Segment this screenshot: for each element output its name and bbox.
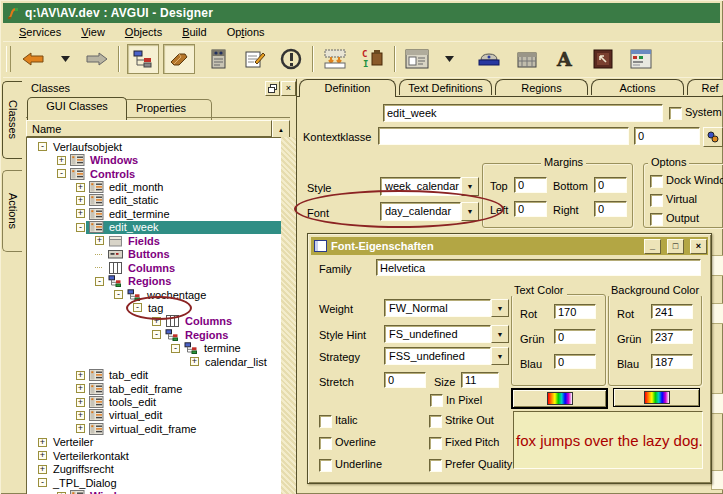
tree-item-termine[interactable]: -termine [27, 342, 281, 355]
class-name-input[interactable] [383, 104, 663, 122]
expand-icon[interactable]: + [76, 384, 85, 393]
weight-combobox[interactable]: FW_Normal ▼ [384, 299, 509, 317]
toolbar-forward-arrow-button[interactable] [83, 45, 111, 73]
close-icon[interactable]: × [281, 81, 296, 96]
tree-item-regions[interactable]: -Regions [27, 274, 281, 287]
collapse-icon[interactable]: - [76, 223, 85, 232]
expand-icon[interactable]: + [152, 317, 161, 326]
expand-icon[interactable]: + [76, 371, 85, 380]
margin-top-input[interactable] [514, 177, 547, 193]
opton-dock-window-checkbox[interactable] [650, 175, 663, 188]
tree-item-tab-edit-frame[interactable]: +tab_edit_frame [27, 382, 281, 395]
opton-virtual-checkbox[interactable] [650, 194, 663, 207]
tree-item-windows[interactable]: +Windows [27, 153, 281, 166]
tree-item-tag[interactable]: -tag [27, 301, 281, 314]
tab-ref[interactable]: Ref [687, 79, 723, 95]
font-fixed-pitch-checkbox[interactable] [429, 437, 442, 450]
chevron-down-icon[interactable]: ▼ [461, 202, 479, 221]
in-pixel-checkbox[interactable] [430, 394, 443, 407]
tree-item-controls[interactable]: -Controls [27, 167, 281, 180]
tree-item-regions[interactable]: -Regions [27, 328, 281, 341]
font-strike-out-checkbox[interactable] [429, 415, 442, 428]
toolbar-dropdown-caret-button[interactable] [51, 45, 79, 73]
chevron-down-icon[interactable]: ▼ [491, 325, 509, 343]
close-icon[interactable]: × [690, 239, 707, 254]
collapse-icon[interactable]: - [152, 330, 161, 339]
tree-item-fields[interactable]: +Fields [27, 234, 281, 247]
chevron-down-icon[interactable]: ▼ [491, 299, 509, 317]
tab-definition[interactable]: Definition [299, 79, 396, 97]
system-checkbox[interactable] [669, 107, 682, 120]
tree-item-edit-static[interactable]: +edit_static [27, 194, 281, 207]
expand-icon[interactable]: + [57, 156, 66, 165]
tab-text-definitions[interactable]: Text Definitions [399, 79, 492, 95]
lookup-button[interactable] [703, 127, 723, 147]
toolbar-dropdown-caret-button[interactable] [435, 45, 463, 73]
tree-item-edit-week[interactable]: -edit_week [27, 221, 281, 234]
panel-splitter[interactable] [281, 137, 296, 494]
expand-icon[interactable]: + [76, 196, 85, 205]
tree-item-verteilerkontakt[interactable]: +Verteilerkontakt [27, 449, 281, 462]
toolbar-frame-edit-button[interactable] [589, 45, 617, 73]
collapse-icon[interactable]: - [114, 290, 123, 299]
collapse-icon[interactable]: - [57, 169, 66, 178]
strategy-combobox[interactable]: FSS_undefined ▼ [384, 347, 509, 365]
collapse-icon[interactable]: - [171, 344, 180, 353]
minimize-icon[interactable]: _ [644, 239, 661, 254]
tree-item-tab-edit[interactable]: +tab_edit [27, 368, 281, 381]
tab-regions[interactable]: Regions [495, 79, 588, 95]
tree-item-verlaufsobjekt[interactable]: -Verlaufsobjekt [27, 140, 281, 153]
margin-bottom-input[interactable] [594, 177, 627, 193]
toolbar-dialog-editor-button[interactable] [627, 45, 655, 73]
expand-icon[interactable]: + [190, 357, 199, 366]
stretch-input[interactable] [384, 372, 426, 388]
tree-item-zugriffsrecht[interactable]: +Zugriffsrecht [27, 463, 281, 476]
tree-item-virtual-edit-frame[interactable]: +virtual_edit_frame [27, 422, 281, 435]
font-combobox[interactable]: day_calendar ▼ [380, 202, 479, 221]
expand-icon[interactable]: + [38, 438, 47, 447]
style-hint-combobox[interactable]: FS_undefined ▼ [384, 325, 509, 343]
toolbar-printer-button[interactable] [475, 45, 503, 73]
maximize-icon[interactable]: □ [667, 239, 684, 254]
toolbar-eraser-button[interactable] [163, 44, 195, 74]
tree-item-buttons[interactable]: Buttons [27, 248, 281, 261]
expand-icon[interactable]: + [76, 183, 85, 192]
toolbar-grip[interactable] [6, 46, 11, 72]
toolbar-import-grid-button[interactable] [321, 45, 349, 73]
tree-item-edit-month[interactable]: +edit_month [27, 180, 281, 193]
kontext-number-input[interactable] [634, 127, 700, 145]
collapse-icon[interactable]: - [38, 478, 47, 487]
tree-item-columns[interactable]: +Columns [27, 315, 281, 328]
toolbar-class-tree-button[interactable] [127, 44, 159, 74]
margin-right-input[interactable] [594, 201, 627, 217]
toolbar-edit-note-button[interactable] [241, 45, 269, 73]
tree-item-windows[interactable]: +Windows [27, 489, 281, 494]
expand-icon[interactable]: + [95, 236, 104, 245]
toolbar-new-window-button[interactable] [403, 45, 431, 73]
sidebar-tab-classes[interactable]: Classes [2, 81, 22, 159]
opton-output-checkbox[interactable] [650, 213, 663, 226]
tree-item-verteiler[interactable]: +Verteiler [27, 436, 281, 449]
tree-item-tpl-dialog[interactable]: -_TPL_Dialog [27, 476, 281, 489]
font-italic-checkbox[interactable] [319, 415, 332, 428]
collapse-icon[interactable]: - [38, 142, 47, 151]
tree-item-columns[interactable]: Columns [27, 261, 281, 274]
collapse-icon[interactable]: - [95, 277, 104, 286]
tree-item-edit-termine[interactable]: +edit_termine [27, 207, 281, 220]
style-combobox[interactable]: week_calendar ▼ [380, 177, 479, 196]
tree-item-calendar-list[interactable]: +calendar_list [27, 355, 281, 368]
expand-icon[interactable]: + [76, 398, 85, 407]
text-blau-input[interactable] [554, 354, 596, 369]
expand-icon[interactable]: + [38, 451, 47, 460]
collapse-icon[interactable]: - [133, 303, 142, 312]
tab-gui-classes[interactable]: GUI Classes [27, 97, 127, 120]
toolbar-font-a-button[interactable]: A [551, 45, 579, 73]
toolbar-help-book-button[interactable] [205, 45, 233, 73]
toolbar-about-button[interactable] [277, 45, 305, 73]
chevron-down-icon[interactable]: ▼ [461, 177, 479, 196]
bg-rot-input[interactable] [651, 304, 693, 319]
tab-actions[interactable]: Actions [591, 79, 684, 95]
menu-services[interactable]: Services [10, 25, 70, 39]
menu-objects[interactable]: Objects [116, 25, 171, 39]
dock-icon[interactable] [265, 81, 280, 96]
